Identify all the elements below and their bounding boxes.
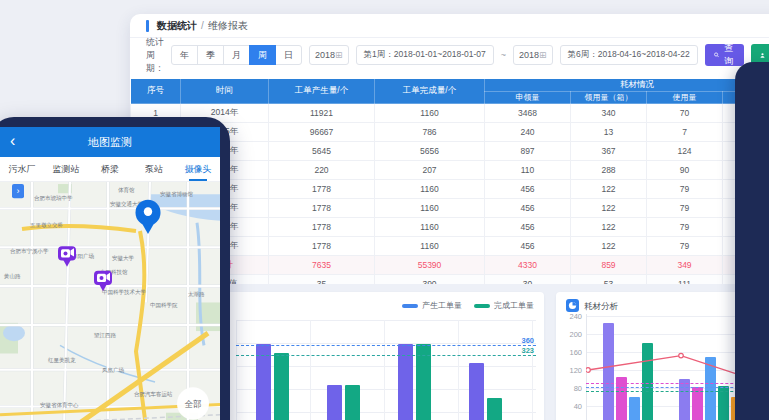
cell: 288 [571,161,647,180]
consumables-chart-y-axis: 2402001601208040 [558,314,582,420]
cell: 367 [571,142,647,161]
phone-tab-泵站[interactable]: 泵站 [132,157,176,181]
phone-tab-摄像头[interactable]: 摄像头 [176,157,220,181]
phone-tab-监测站[interactable]: 监测站 [44,157,88,181]
y-tick-label: 120 [569,366,582,375]
period-option-月[interactable]: 月 [223,45,250,65]
phone-tab-污水厂[interactable]: 污水厂 [0,157,44,181]
cell: 207 [375,161,485,180]
map-place-label: 黄山路 [4,273,21,280]
period-option-日[interactable]: 日 [275,45,302,65]
col-header-used: 使用量 [647,92,723,104]
period-option-年[interactable]: 年 [171,45,198,65]
gridline [236,320,536,321]
phone-app-header: ‹ 地图监测 [0,127,220,157]
cell: 122 [571,237,647,256]
phone-page-title: 地图监测 [88,135,132,150]
cell: 4330 [485,256,571,275]
bar-完成工单量 [345,385,360,420]
y-tick-label: 40 [574,402,582,411]
cell: 1160 [375,218,485,237]
map-place-label: 中国科学技术大学 [102,289,146,296]
map-expand-button[interactable]: › [12,184,24,198]
cell: 110 [485,161,571,180]
phone-mockup: ‹ 地图监测 污水厂监测站桥梁泵站摄像头 [0,117,230,420]
period-label: 统计周期： [146,36,164,75]
col-header-received-box: 领用量（箱） [571,92,647,104]
end-year-select[interactable]: 2018 ⊞ [513,45,553,65]
cell: 897 [485,142,571,161]
cell: 340 [571,104,647,123]
cell: 456 [485,237,571,256]
reference-label: 360 [521,336,534,345]
legend-label: 完成工单量 [494,300,534,311]
bar-产生工单量 [327,385,342,420]
col-header-created: 工单产生量/个 [269,79,375,104]
cell: 1160 [375,199,485,218]
map-place-label: 体育馆 [118,187,135,193]
gridline [310,320,311,420]
legend-swatch [402,304,418,308]
cell: 1160 [375,180,485,199]
period-option-周[interactable]: 周 [249,45,276,65]
cell: 1778 [269,237,375,256]
cell: 1778 [269,199,375,218]
period-segmented-control: 年季月周日 [171,45,302,65]
cell: 90 [647,161,723,180]
cell: 7635 [269,256,375,275]
cell: 79 [647,218,723,237]
phone-tab-桥梁[interactable]: 桥梁 [88,157,132,181]
legend-item: 产生工单量 [402,300,462,311]
cell: 456 [485,180,571,199]
cell: 1160 [375,104,485,123]
reference-label: 323 [521,346,534,355]
pie-chart-icon [566,299,579,312]
start-year-select[interactable]: 2018 ⊞ [309,45,349,65]
cell: 240 [485,123,571,142]
workorder-chart-panel: 产生工单量完成工单量 360323 [226,292,544,420]
bar-产生工单量 [469,363,484,420]
search-button[interactable]: 查询 [705,44,744,66]
gridline [236,320,237,420]
line-point [679,353,684,358]
map-canvas[interactable]: 合肥市琥珀中学体育馆安徽交通大学安徽省博物馆五里墩立交桥合肥市宁溪小学阜阳广场安… [0,182,220,420]
back-chevron-icon[interactable]: ‹ [10,131,15,151]
end-week-input[interactable]: 第6周：2018-04-16~2018-04-22 [560,45,698,65]
col-header-consumables-group: 耗材情况 [485,79,769,92]
map-place-label: 五里墩立交桥 [30,222,63,229]
phone-tab-bar: 污水厂监测站桥梁泵站摄像头 [0,157,220,182]
cell: 7 [647,123,723,142]
cell: 5656 [375,142,485,161]
map-place-label: 安徽省体育中心 [40,402,79,409]
map-place-label: 凤凰广场 [102,367,124,374]
show-all-button[interactable]: 全部 [177,387,209,420]
cell: 124 [647,142,723,161]
range-separator: ~ [501,50,506,60]
phone-screen: ‹ 地图监测 污水厂监测站桥梁泵站摄像头 [0,127,220,420]
cell: 349 [647,256,723,275]
search-button-label: 查询 [723,42,735,68]
legend-item: 完成工单量 [474,300,534,311]
cell: 456 [485,218,571,237]
col-header-no: 序号 [131,79,181,104]
search-icon [714,51,719,59]
cell: 1778 [269,180,375,199]
gridline [384,320,385,420]
start-week-input[interactable]: 第1周：2018-01-01~2018-01-07 [356,45,494,65]
gridline [236,343,536,344]
cell: 5645 [269,142,375,161]
breadcrumb-section[interactable]: 数据统计 [157,19,197,33]
period-option-季[interactable]: 季 [197,45,224,65]
export-icon [760,51,765,60]
bar-完成工单量 [487,398,502,420]
map-place-label: 红星美凯龙 [48,357,76,364]
start-year-value: 2018 [315,50,335,60]
show-all-label: 全部 [185,399,202,409]
cell: 13 [571,123,647,142]
table-row: 12014年119211160346834070250 [131,104,769,123]
col-header-requested: 申领量 [485,92,571,104]
map-place-label: 合肥市琥珀中学 [34,195,73,202]
cell: 79 [647,199,723,218]
cell: 456 [485,199,571,218]
map-view[interactable]: 合肥市琥珀中学体育馆安徽交通大学安徽省博物馆五里墩立交桥合肥市宁溪小学阜阳广场安… [0,182,220,420]
